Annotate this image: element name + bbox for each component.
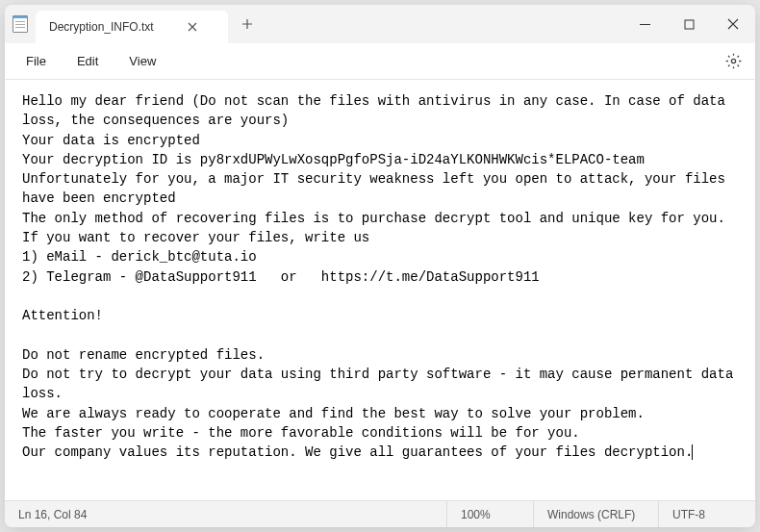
tab-title: Decryption_INFO.txt [49, 20, 154, 34]
status-zoom[interactable]: 100% [447, 501, 534, 527]
close-icon [727, 18, 739, 30]
notepad-icon [13, 15, 28, 33]
status-cursor-position: Ln 16, Col 84 [5, 501, 447, 527]
gear-icon [725, 53, 742, 69]
text-caret [692, 444, 693, 460]
minimize-button[interactable] [622, 5, 667, 43]
status-encoding: UTF-8 [659, 501, 755, 527]
status-line-ending: Windows (CRLF) [534, 501, 659, 527]
menubar: File Edit View [5, 43, 755, 80]
app-icon-container [5, 5, 36, 43]
window-controls [622, 5, 755, 43]
new-tab-button[interactable] [228, 5, 266, 43]
tab-close-button[interactable] [183, 17, 202, 37]
document-tab[interactable]: Decryption_INFO.txt [36, 11, 228, 43]
maximize-icon [684, 19, 695, 30]
statusbar: Ln 16, Col 84 100% Windows (CRLF) UTF-8 [5, 500, 755, 527]
titlebar[interactable]: Decryption_INFO.txt [5, 5, 755, 43]
plus-icon [241, 18, 253, 30]
notepad-window: Decryption_INFO.txt File Edit View [5, 5, 755, 527]
text-editor-area[interactable]: Hello my dear friend (Do not scan the fi… [5, 80, 755, 500]
menu-file[interactable]: File [13, 48, 60, 74]
close-icon [188, 22, 197, 32]
menu-view[interactable]: View [115, 48, 169, 74]
maximize-button[interactable] [667, 5, 711, 43]
titlebar-drag-area[interactable] [266, 5, 622, 43]
close-window-button[interactable] [711, 5, 755, 43]
minimize-icon [640, 19, 650, 30]
document-text: Hello my dear friend (Do not scan the fi… [22, 93, 742, 460]
svg-rect-0 [685, 20, 694, 29]
svg-point-1 [731, 59, 735, 63]
menu-edit[interactable]: Edit [63, 48, 112, 74]
settings-button[interactable] [719, 47, 747, 76]
